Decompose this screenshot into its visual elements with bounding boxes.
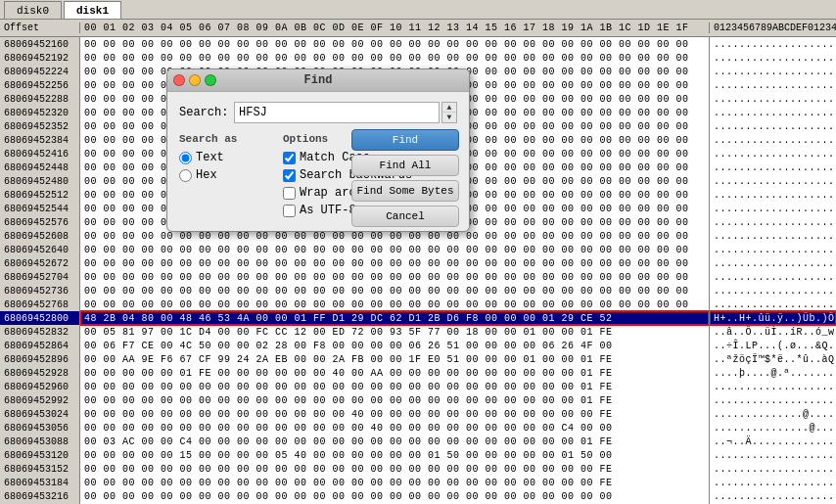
dialog-minimize-button[interactable] [189,74,201,86]
offset-row: 68069452448 [0,160,79,174]
as-utf8-checkbox[interactable] [283,205,296,217]
dialog-buttons: Find Find All Find Some Bytes Cancel [351,129,459,227]
ascii-row: ................................ [710,215,836,229]
text-radio-label[interactable]: Text [196,151,224,164]
offset-row: 68069452480 [0,174,79,188]
ascii-row: ................................ [710,174,836,188]
ascii-row: ................................ [710,65,836,78]
match-case-checkbox[interactable] [283,152,296,164]
offset-column: 6806945216068069452192680694522246806945… [0,37,80,504]
hex-row[interactable]: 00 00 00 00 00 00 00 00 00 00 00 00 00 0… [80,51,709,65]
tab-disk1-label: disk1 [76,5,109,17]
hex-row[interactable]: 00 00 00 00 00 00 00 00 00 00 00 00 00 0… [80,462,709,476]
search-spinner[interactable]: ▲ ▼ [441,102,457,123]
offset-row: 68069452896 [0,352,79,366]
ascii-row: .........................þ [710,476,836,489]
hex-row[interactable]: 00 00 00 00 00 00 00 00 00 00 00 00 00 0… [80,243,709,256]
ascii-column: ........................................… [709,37,836,504]
ascii-row: ................................ [710,243,836,256]
text-radio-row: Text [179,151,267,164]
hex-radio[interactable] [179,169,192,182]
hex-row[interactable]: 00 00 00 00 00 00 00 00 00 00 00 00 00 0… [80,476,709,489]
dialog-close-button[interactable] [173,74,185,86]
ascii-row: ....þ....@.ª.........þ [710,366,836,380]
tab-disk1[interactable]: disk1 [64,1,121,19]
hex-row[interactable]: 00 00 00 00 00 00 00 00 00 00 00 00 00 0… [80,37,709,51]
ascii-row: ................................ [710,298,836,311]
tab-bar: disk0 disk1 [0,0,836,20]
ascii-row: ..............@.........þ [710,407,836,421]
ascii-row: ................................ [710,188,836,202]
ascii-row: ..¬..Ä.......................þ [710,435,836,448]
search-arrow-down[interactable]: ▼ [442,113,456,122]
hex-radio-label[interactable]: Hex [196,168,217,182]
hex-row[interactable]: 00 00 00 00 00 15 00 00 00 00 05 40 00 0… [80,448,709,462]
hex-row[interactable]: 00 00 00 00 00 00 00 00 00 00 00 00 00 0… [80,421,709,435]
ascii-row: ................................ [710,51,836,65]
offset-header-label: Offset [0,23,80,33]
offset-row: 68069452704 [0,270,79,284]
hex-row[interactable]: 00 00 00 00 00 00 00 00 00 00 00 00 00 0… [80,393,709,407]
search-input[interactable] [234,102,440,123]
hex-row[interactable]: 00 06 F7 CE 00 4C 50 00 00 02 28 00 F8 0… [80,339,709,352]
find-dialog: Find Search: ▲ ▼ Search as [166,69,470,232]
offset-row: 68069452544 [0,202,79,215]
offset-row: 68069453152 [0,462,79,476]
hex-row[interactable]: 00 00 00 00 00 00 00 00 00 00 00 00 00 0… [80,256,709,270]
offset-row: 68069453024 [0,407,79,421]
ascii-row: .........................þ [710,380,836,393]
hex-radio-row: Hex [179,168,267,182]
find-button[interactable]: Find [351,129,459,151]
offset-row: 68069453056 [0,421,79,435]
wrap-around-checkbox[interactable] [283,187,296,200]
hex-row[interactable]: 00 00 AA 9E F6 67 CF 99 24 2A EB 00 00 2… [80,352,709,366]
ascii-row: ................................ [710,78,836,92]
offset-row: 68069452256 [0,78,79,92]
ascii-row: ..÷Î.LP...(.ø...&Q...&O. [710,339,836,352]
ascii-row: ...............@.....Ä.. [710,421,836,435]
hex-row[interactable]: 00 00 00 00 00 00 00 00 00 00 00 00 00 0… [80,407,709,421]
hex-bytes-header: 00 01 02 03 04 05 06 07 08 09 0A 0B 0C 0… [80,23,709,33]
hex-row[interactable]: 00 03 AC 00 00 C4 00 00 00 00 00 00 00 0… [80,435,709,448]
offset-row: 68069453216 [0,489,79,503]
ascii-row: ................................ [710,256,836,270]
offset-row: 68069453088 [0,435,79,448]
offset-row: 68069452928 [0,366,79,380]
ascii-row: ......................P...P. [710,448,836,462]
offset-row: 68069452736 [0,284,79,298]
offset-row: 68069452672 [0,256,79,270]
text-radio[interactable] [179,152,192,164]
ascii-row: ................................ [710,92,836,106]
find-all-button[interactable]: Find All [351,155,459,176]
hex-row[interactable]: 00 05 81 97 00 1C D4 00 00 FC CC 12 00 E… [80,325,709,339]
offset-row: 68069452320 [0,106,79,119]
ascii-row: ................................ [710,229,836,243]
hex-row[interactable]: 00 00 00 00 00 00 00 00 00 00 00 00 00 0… [80,270,709,284]
cancel-button[interactable]: Cancel [351,206,459,227]
offset-row: 68069452992 [0,393,79,407]
search-backwards-checkbox[interactable] [283,169,296,182]
search-row: Search: ▲ ▼ [179,102,457,123]
offset-row: 68069452288 [0,92,79,106]
find-some-bytes-button[interactable]: Find Some Bytes [351,180,459,202]
hex-row[interactable]: 00 00 00 00 00 01 FE 00 00 00 00 00 00 4… [80,366,709,380]
ascii-row: ..ªžöçÏ™$*ë..*û..àQ...þ [710,352,836,366]
ascii-row: H+..H+.ûü.ÿ..)Üb.)Öø...)® [710,311,836,325]
hex-row[interactable]: 48 2B 04 80 00 48 46 53 4A 00 00 01 FF D… [80,311,709,325]
dialog-maximize-button[interactable] [205,74,216,86]
hex-row[interactable]: 00 00 00 00 00 00 00 00 00 00 00 00 00 0… [80,298,709,311]
ascii-row: ................................ [710,133,836,147]
tab-disk0[interactable]: disk0 [4,1,62,19]
hex-row[interactable]: 00 00 00 00 00 00 00 00 00 00 00 00 00 0… [80,284,709,298]
dialog-titlebar: Find [167,69,469,92]
ascii-row: ................................ [710,284,836,298]
search-arrow-up[interactable]: ▲ [442,103,456,113]
hex-row[interactable]: 00 00 00 00 00 00 00 00 00 00 00 00 00 0… [80,380,709,393]
as-utf8-label[interactable]: As UTF-8 [300,204,356,217]
dialog-controls [173,74,216,86]
ascii-row: ................................ [710,147,836,160]
hex-row[interactable]: 00 00 00 00 00 00 00 00 00 00 00 00 00 0… [80,489,709,503]
offset-row: 68069453184 [0,476,79,489]
search-label: Search: [179,106,228,119]
search-as-group: Search as Text Hex [179,133,267,221]
